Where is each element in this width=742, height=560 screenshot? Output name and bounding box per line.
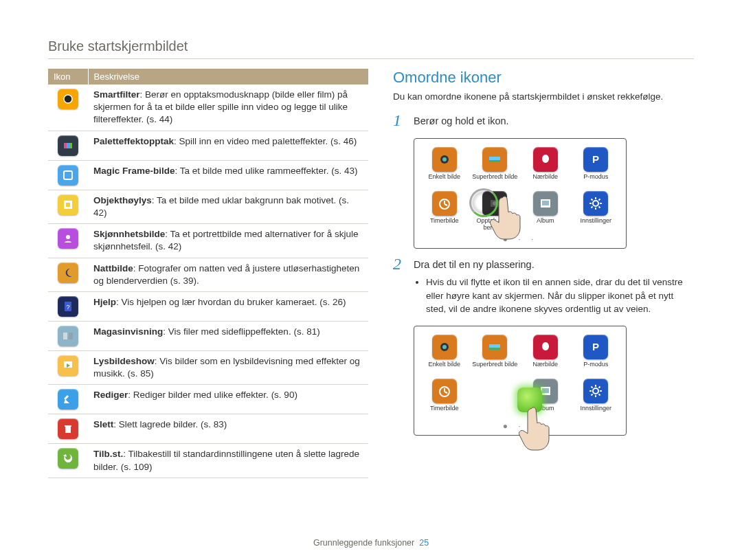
icon-description-table: Ikon Beskrivelse Smartfilter: Berør en o… bbox=[48, 69, 368, 478]
timer-icon bbox=[432, 191, 457, 216]
step-1: 1 Berør og hold et ikon. bbox=[393, 112, 694, 128]
pmodus-icon: P bbox=[583, 147, 608, 172]
app-superb: Superbredt bilde bbox=[472, 147, 519, 187]
svg-point-36 bbox=[593, 388, 598, 394]
th-icon: Ikon bbox=[48, 69, 88, 85]
svg-rect-15 bbox=[65, 427, 71, 433]
row-description: Slett: Slett lagrede bilder. (s. 83) bbox=[88, 414, 368, 444]
naer-icon bbox=[533, 335, 558, 359]
table-row: Slett: Slett lagrede bilder. (s. 83) bbox=[48, 414, 368, 444]
row-description: Paletteffektopptak: Spill inn en video m… bbox=[88, 131, 368, 160]
table-row: Tilb.st.: Tilbakestill til standardinnst… bbox=[48, 444, 368, 478]
app-timer: Timerbilde bbox=[421, 191, 468, 232]
tilbst-icon bbox=[58, 448, 78, 469]
app-pmodus: PP-modus bbox=[573, 147, 620, 187]
table-row: Smartfilter: Berør en opptaksmodusknapp … bbox=[48, 85, 368, 131]
app-label: Opptak av én berøring bbox=[472, 218, 519, 232]
rediger-icon bbox=[58, 389, 78, 410]
step-number: 1 bbox=[393, 112, 407, 128]
app-label: P-modus bbox=[583, 361, 608, 368]
step-text: Berør og hold et ikon. bbox=[414, 112, 694, 128]
pmodus-icon: P bbox=[583, 335, 608, 359]
svg-point-29 bbox=[442, 345, 447, 349]
screen-mock-drop: Enkelt bildeSuperbredt bildeNærbildePP-m… bbox=[414, 326, 627, 436]
page-dots: ● · · bbox=[421, 421, 619, 431]
objekt-icon bbox=[58, 194, 78, 215]
rearrange-section: Omordne ikoner Du kan omordne ikonene på… bbox=[393, 69, 694, 478]
row-description: Lysbildeshow: Vis bilder som en lysbilde… bbox=[88, 350, 368, 384]
row-description: Smartfilter: Berør en opptaksmodusknapp … bbox=[88, 85, 368, 131]
app-label: Enkelt bilde bbox=[428, 361, 460, 368]
svg-text:P: P bbox=[592, 341, 599, 352]
row-description: Nattbilde: Fotografer om natten ved å ju… bbox=[88, 258, 368, 291]
table-row: Objekthøylys: Ta et bilde med uklar bakg… bbox=[48, 190, 368, 223]
app-enkelt: Enkelt bilde bbox=[421, 147, 468, 187]
row-description: Magasinvisning: Vis filer med sideflippe… bbox=[88, 321, 368, 350]
superb-icon bbox=[482, 335, 507, 359]
natt-icon bbox=[58, 262, 78, 283]
enkelt-icon bbox=[432, 335, 457, 359]
smartfilter-icon bbox=[58, 89, 78, 109]
naer-icon bbox=[533, 147, 558, 172]
icon-table-column: Ikon Beskrivelse Smartfilter: Berør en o… bbox=[48, 69, 368, 478]
row-description: Skjønnhetsbilde: Ta et portrettbilde med… bbox=[88, 224, 368, 258]
app-label: Innstillinger bbox=[580, 405, 611, 412]
table-row: ?Hjelp: Vis hjelpen og lær hvordan du br… bbox=[48, 291, 368, 321]
row-description: Hjelp: Vis hjelpen og lær hvordan du bru… bbox=[88, 291, 368, 321]
step-bullet: Hvis du vil flytte et ikon til en annen … bbox=[426, 276, 694, 316]
app-naer: Nærbilde bbox=[522, 335, 569, 374]
table-row: Rediger: Rediger bilder med ulike effekt… bbox=[48, 385, 368, 414]
step-number: 2 bbox=[393, 256, 407, 316]
skjonnhet-icon bbox=[58, 228, 78, 249]
svg-point-0 bbox=[64, 95, 72, 103]
svg-rect-35 bbox=[542, 388, 549, 393]
palett-icon bbox=[58, 135, 78, 156]
app-label: Album bbox=[537, 218, 554, 225]
step-text: Dra det til en ny plassering. bbox=[414, 258, 694, 271]
page-dots: ● · · bbox=[421, 234, 619, 244]
app-label: Innstillinger bbox=[580, 218, 611, 225]
drop-target-glow bbox=[517, 388, 542, 412]
table-row: Nattbilde: Fotografer om natten ved å ju… bbox=[48, 258, 368, 291]
page-footer: Grunnleggende funksjoner 25 bbox=[0, 538, 742, 548]
screen-mock-hold: Enkelt bildeSuperbredt bildeNærbildePP-m… bbox=[414, 138, 627, 249]
app-timer: Timerbilde bbox=[421, 379, 468, 418]
svg-rect-6 bbox=[66, 203, 70, 207]
superb-icon bbox=[482, 147, 507, 172]
table-row: Paletteffektopptak: Spill inn en video m… bbox=[48, 131, 368, 160]
app-innst: Innstillinger bbox=[573, 191, 620, 232]
row-description: Rediger: Rediger bilder med ulike effekt… bbox=[88, 385, 368, 414]
slett-icon bbox=[58, 418, 78, 439]
app-label: P-modus bbox=[583, 174, 608, 181]
app-label: Timerbilde bbox=[430, 218, 459, 225]
hold-progress-ring bbox=[469, 188, 498, 217]
magicframe-icon bbox=[58, 165, 78, 186]
section-heading: Omordne ikoner bbox=[393, 69, 694, 87]
table-row: Skjønnhetsbilde: Ta et portrettbilde med… bbox=[48, 224, 368, 258]
page-title: Bruke startskjermbildet bbox=[48, 38, 694, 59]
hjelp-icon: ? bbox=[58, 296, 78, 317]
svg-point-18 bbox=[442, 157, 447, 161]
innst-icon bbox=[583, 379, 608, 403]
svg-point-7 bbox=[66, 235, 70, 239]
innst-icon bbox=[583, 191, 608, 216]
app-superb: Superbredt bilde bbox=[472, 335, 519, 374]
svg-rect-14 bbox=[64, 395, 69, 400]
svg-rect-31 bbox=[489, 348, 500, 350]
app-label: Nærbilde bbox=[532, 174, 558, 181]
th-desc: Beskrivelse bbox=[88, 69, 368, 85]
row-description: Objekthøylys: Ta et bilde med uklar bakg… bbox=[88, 190, 368, 223]
svg-rect-2 bbox=[64, 143, 67, 148]
app-label: Superbredt bilde bbox=[472, 174, 517, 181]
app-label: Superbredt bilde bbox=[472, 361, 517, 368]
svg-point-27 bbox=[593, 201, 598, 206]
svg-text:P: P bbox=[592, 153, 599, 165]
row-description: Tilb.st.: Tilbakestill til standardinnst… bbox=[88, 444, 368, 478]
table-row: Magic Frame-bilde: Ta et bilde med ulike… bbox=[48, 160, 368, 190]
svg-rect-26 bbox=[542, 201, 549, 205]
svg-text:?: ? bbox=[66, 304, 69, 311]
table-row: Lysbildeshow: Vis bilder som en lysbilde… bbox=[48, 350, 368, 384]
svg-rect-4 bbox=[64, 171, 72, 179]
step-2: 2 Dra det til en ny plassering. Hvis du … bbox=[393, 256, 694, 316]
svg-rect-10 bbox=[63, 333, 67, 339]
